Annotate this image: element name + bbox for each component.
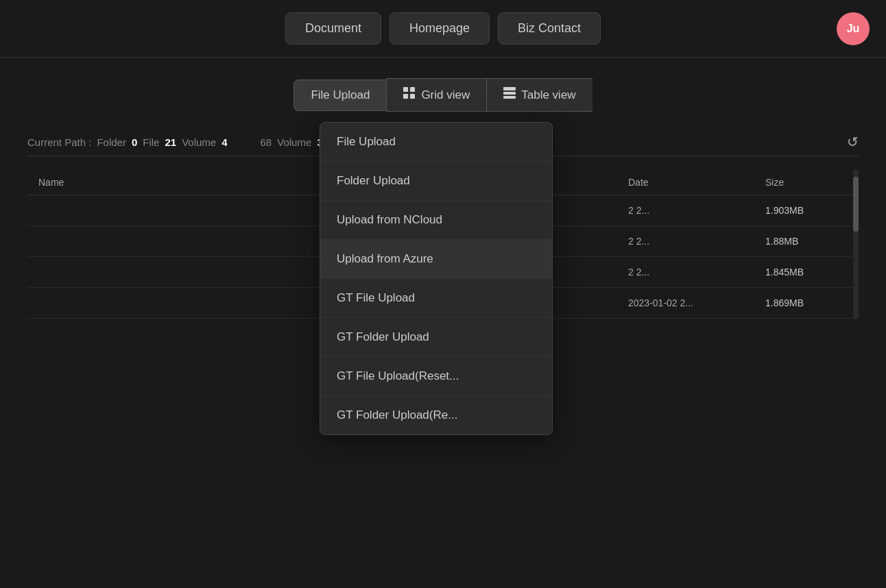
- scrollbar[interactable]: [853, 170, 859, 319]
- row-2-size: 1.88MB: [765, 236, 848, 247]
- nav-document-button[interactable]: Document: [285, 12, 381, 45]
- folder-label: Folder: [97, 136, 126, 148]
- svg-rect-1: [410, 87, 415, 92]
- grid-view-button[interactable]: Grid view: [386, 78, 486, 112]
- dropdown-item-folder-upload[interactable]: Folder Upload: [320, 162, 552, 201]
- row-4-date: 2023-01-02 2...: [628, 297, 765, 308]
- grid-icon: [403, 87, 416, 103]
- table-view-label: Table view: [521, 88, 575, 102]
- dropdown-item-gt-file-upload-reset[interactable]: GT File Upload(Reset...: [320, 357, 552, 396]
- upload-dropdown-menu: File Upload Folder Upload Upload from NC…: [320, 122, 553, 435]
- dropdown-item-file-upload[interactable]: File Upload: [320, 123, 552, 162]
- svg-rect-3: [410, 94, 415, 99]
- dropdown-wrapper: File Upload Folder Upload Upload from NC…: [320, 122, 553, 435]
- file-value: 21: [165, 136, 176, 148]
- top-navigation: Document Homepage Biz Contact Ju: [0, 0, 886, 58]
- current-path-label: Current Path :: [27, 136, 91, 148]
- svg-rect-4: [503, 87, 516, 90]
- toolbar-row: File Upload Grid view Table view: [27, 78, 859, 112]
- main-content: File Upload Grid view Table view: [0, 58, 886, 339]
- grid-view-label: Grid view: [421, 88, 470, 102]
- col-size-header: Size: [765, 177, 848, 188]
- dropdown-item-gt-file-upload[interactable]: GT File Upload: [320, 279, 552, 318]
- dropdown-item-gt-folder-upload-re[interactable]: GT Folder Upload(Re...: [320, 396, 552, 434]
- nav-homepage-button[interactable]: Homepage: [390, 12, 490, 45]
- row-3-date: 2 2...: [628, 267, 765, 278]
- svg-rect-2: [403, 94, 408, 99]
- table-icon: [503, 87, 516, 103]
- right-folder-label: 68: [261, 136, 272, 148]
- dropdown-item-gt-folder-upload[interactable]: GT Folder Upload: [320, 318, 552, 357]
- svg-rect-0: [403, 87, 408, 92]
- scrollbar-thumb[interactable]: [853, 177, 859, 232]
- volume-value: 4: [222, 136, 227, 148]
- dropdown-item-upload-azure[interactable]: Upload from Azure: [320, 240, 552, 279]
- row-3-size: 1.845MB: [765, 267, 848, 278]
- volume-label: Volume: [182, 136, 216, 148]
- col-date-header: Date: [628, 177, 765, 188]
- row-2-date: 2 2...: [628, 236, 765, 247]
- table-view-button[interactable]: Table view: [486, 78, 592, 112]
- folder-value: 0: [132, 136, 137, 148]
- nav-biz-contact-button[interactable]: Biz Contact: [498, 12, 601, 45]
- row-4-size: 1.869MB: [765, 297, 848, 308]
- dropdown-item-upload-ncloud[interactable]: Upload from NCloud: [320, 201, 552, 240]
- file-label: File: [143, 136, 159, 148]
- svg-rect-5: [503, 92, 516, 95]
- row-1-date: 2 2...: [628, 205, 765, 216]
- refresh-button[interactable]: ↺: [847, 134, 859, 150]
- right-volume-label: Volume: [277, 136, 311, 148]
- file-upload-button[interactable]: File Upload: [294, 79, 386, 111]
- svg-rect-6: [503, 96, 516, 99]
- user-avatar[interactable]: Ju: [837, 12, 870, 45]
- row-1-size: 1.903MB: [765, 205, 848, 216]
